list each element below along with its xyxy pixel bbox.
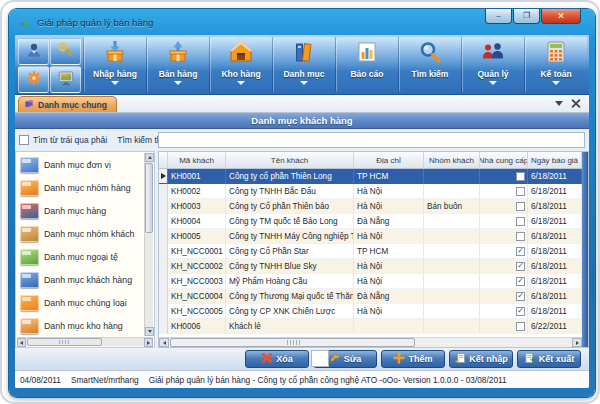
- cell-ma-khach: KH0001: [168, 169, 226, 184]
- close-button[interactable]: ✕: [541, 9, 581, 24]
- action-button[interactable]: Xóa: [245, 350, 309, 368]
- tab-danh-muc-chung[interactable]: Danh mục chung: [18, 96, 117, 112]
- sidebar-item-icon: [20, 318, 39, 334]
- toolbar-button[interactable]: Kế toán: [524, 37, 587, 92]
- scroll-left-icon[interactable]: [159, 338, 169, 347]
- cell-nha-cung-cap: [480, 169, 528, 184]
- supplier-checkbox[interactable]: [516, 202, 525, 211]
- supplier-checkbox[interactable]: [516, 277, 525, 286]
- toolbar-button[interactable]: Danh mục: [272, 37, 335, 92]
- user-icon: [25, 41, 43, 63]
- sidebar-item-icon: [20, 295, 39, 311]
- supplier-checkbox[interactable]: [516, 247, 525, 256]
- scroll-thumb[interactable]: [170, 338, 415, 347]
- maximize-button[interactable]: ❐: [513, 9, 540, 24]
- sidebar-vertical-scrollbar[interactable]: [144, 153, 153, 336]
- row-selector: [159, 229, 168, 244]
- toolbar-button[interactable]: Báo cáo: [335, 37, 398, 92]
- sidebar-item[interactable]: Danh mục nhóm hàng: [17, 176, 144, 199]
- minimize-button[interactable]: –: [485, 9, 512, 24]
- column-header[interactable]: Nhóm khách: [424, 152, 480, 168]
- cell-nha-cung-cap: [480, 319, 528, 334]
- left-to-right-checkbox[interactable]: [19, 135, 29, 145]
- table-row[interactable]: KH_NCC0004 Công ty Thương Mại quốc tế Th…: [159, 289, 582, 304]
- column-header[interactable]: Địa chỉ: [354, 152, 424, 168]
- tab-bar: Danh mục chung: [15, 95, 589, 113]
- column-header[interactable]: Tên khách: [226, 152, 354, 168]
- cell-nha-cung-cap: [480, 214, 528, 229]
- table-header: Mã khách Tên khách Địa chỉ Nhóm khách Nh…: [159, 152, 582, 169]
- scroll-down-icon[interactable]: [145, 327, 154, 336]
- table-row[interactable]: KH0006 Khách lẻ 6/22/2011: [159, 319, 582, 334]
- sidebar-item[interactable]: Danh mục hàng: [17, 199, 144, 222]
- tab-folder-icon: [24, 98, 35, 111]
- scroll-up-icon[interactable]: [145, 153, 154, 162]
- dropdown-arrow-icon: [300, 81, 308, 85]
- table-row[interactable]: KH0005 Công ty TNHH Máy Công nghiệp TIP …: [159, 229, 582, 244]
- toolbar-button[interactable]: Quản lý: [461, 37, 524, 92]
- inline-edit-box[interactable]: [311, 350, 329, 367]
- import-doc-icon: [454, 352, 466, 366]
- table-row[interactable]: KH0001 Công ty cổ phần Thiên Long TP HCM…: [159, 169, 582, 184]
- table-row[interactable]: KH_NCC0001 Công ty Cổ Phần Star TP HCM 6…: [159, 244, 582, 259]
- sidebar-item[interactable]: Danh mục chủng loại: [17, 291, 144, 314]
- quick-button[interactable]: [18, 66, 49, 93]
- main-toolbar: Nhập hàng Bán hàng Kho hàng: [15, 35, 589, 95]
- warehouse-icon: [228, 40, 254, 68]
- action-button[interactable]: Kết xuất: [517, 350, 581, 368]
- cell-ma-khach: KH_NCC0001: [168, 244, 226, 259]
- cell-dia-chi: [354, 319, 424, 334]
- scroll-right-icon[interactable]: [572, 338, 582, 347]
- tab-close-icon[interactable]: [571, 99, 580, 108]
- sidebar-item[interactable]: Danh mục kho hàng: [17, 314, 144, 336]
- supplier-checkbox[interactable]: [516, 217, 525, 226]
- table-row[interactable]: KH_NCC0002 Công ty TNHH Blue Sky Hà Nội …: [159, 259, 582, 274]
- sidebar-item[interactable]: Danh mục ngoại tệ: [17, 245, 144, 268]
- sidebar-item[interactable]: Danh mục khách hàng: [17, 268, 144, 291]
- cell-ngay-bao-gia: 6/18/2011: [528, 184, 582, 199]
- cell-ten-khach: Công ty TNHH Máy Công nghiệp TIP: [226, 229, 354, 244]
- tab-dropdown-icon[interactable]: [555, 101, 563, 106]
- toolbar-button[interactable]: Kho hàng: [209, 37, 272, 92]
- table-horizontal-scrollbar[interactable]: [159, 337, 582, 347]
- table-row[interactable]: KH_NCC0005 Công ty CP XNK Chiến Lược Hà …: [159, 304, 582, 319]
- panel-title: Danh mục khách hàng: [15, 113, 589, 129]
- cell-ten-khach: Mỹ Phẩm Hoàng Cầu: [226, 274, 354, 289]
- cell-ten-khach: Công ty CP XNK Chiến Lược: [226, 304, 354, 319]
- sidebar-item[interactable]: Danh mục đơn vị: [17, 153, 144, 176]
- search-input[interactable]: [158, 132, 585, 148]
- scroll-thumb[interactable]: [27, 338, 102, 346]
- sidebar-horizontal-scrollbar[interactable]: [17, 337, 153, 346]
- quick-button[interactable]: [50, 66, 81, 93]
- table-row[interactable]: KH0004 Công ty TM quốc tế Bảo Long Đà Nẵ…: [159, 214, 582, 229]
- table-row[interactable]: KH0002 Công ty TNHH Bắc Đẩu Hà Nội 6/18/…: [159, 184, 582, 199]
- toolbar-button[interactable]: Tìm kiếm: [398, 37, 461, 92]
- supplier-checkbox[interactable]: [516, 322, 525, 331]
- supplier-checkbox[interactable]: [516, 187, 525, 196]
- supplier-checkbox[interactable]: [516, 262, 525, 271]
- quick-buttons: [17, 37, 83, 92]
- supplier-checkbox[interactable]: [516, 172, 525, 181]
- toolbar-button[interactable]: Nhập hàng: [83, 37, 146, 92]
- supplier-checkbox[interactable]: [516, 292, 525, 301]
- column-header[interactable]: Mã khách: [168, 152, 226, 168]
- column-header[interactable]: Ngày báo giá: [528, 152, 582, 168]
- action-button[interactable]: Kết nhập: [449, 350, 513, 368]
- management-icon: [480, 40, 506, 68]
- action-button[interactable]: Thêm: [381, 350, 445, 368]
- cell-ten-khach: Công ty TM quốc tế Bảo Long: [226, 214, 354, 229]
- sidebar-item[interactable]: Danh mục nhóm khách: [17, 222, 144, 245]
- supplier-checkbox[interactable]: [516, 307, 525, 316]
- supplier-checkbox[interactable]: [516, 232, 525, 241]
- toolbar-button[interactable]: Bán hàng: [146, 37, 209, 92]
- scroll-left-icon[interactable]: [17, 338, 26, 347]
- scroll-thumb[interactable]: [145, 163, 153, 233]
- quick-button[interactable]: [18, 38, 49, 65]
- table-row[interactable]: KH0003 Công ty Cổ phần Thiên bảo Hà Nội …: [159, 199, 582, 214]
- table-row[interactable]: KH_NCC0003 Mỹ Phẩm Hoàng Cầu Hà Nội 6/18…: [159, 274, 582, 289]
- cell-ten-khach: Công ty Cổ phần Thiên bảo: [226, 199, 354, 214]
- quick-button[interactable]: [50, 38, 81, 65]
- column-header[interactable]: Nhà cung cấp: [480, 152, 528, 168]
- scroll-right-icon[interactable]: [144, 338, 153, 347]
- content-area: Danh mục đơn vị Danh mục nhóm hàng Danh …: [15, 151, 589, 348]
